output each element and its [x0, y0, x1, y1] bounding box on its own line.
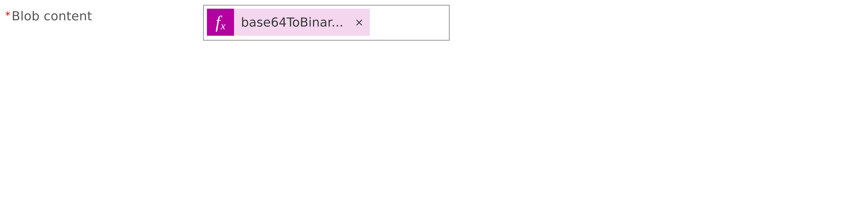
- remove-token-button[interactable]: ×: [354, 17, 365, 27]
- expression-token-text: base64ToBinar...: [241, 15, 343, 30]
- field-label: Blob content: [12, 9, 92, 23]
- field-label-cell: * Blob content: [5, 5, 203, 23]
- expression-token[interactable]: fx base64ToBinar... ×: [207, 9, 370, 36]
- form-row: * Blob content fx base64ToBinar... ×: [5, 5, 863, 41]
- fx-icon: fx: [207, 9, 234, 36]
- blob-content-input[interactable]: fx base64ToBinar... ×: [203, 5, 450, 41]
- required-marker: *: [5, 10, 10, 21]
